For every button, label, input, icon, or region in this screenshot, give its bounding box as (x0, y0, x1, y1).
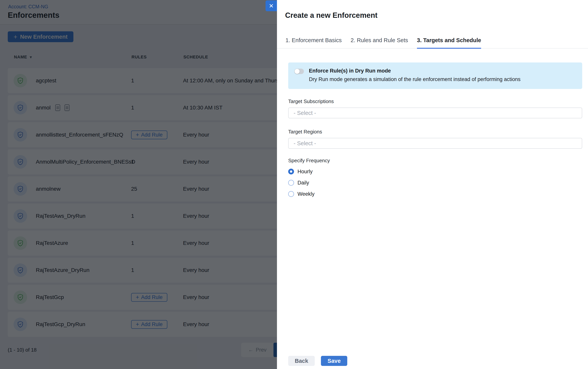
back-button[interactable]: Back (288, 356, 315, 366)
target-subscriptions-label: Target Subscriptions (288, 99, 582, 104)
drawer-body: Enforce Rule(s) in Dry Run mode Dry Run … (288, 48, 582, 197)
wizard-tabs: 1. Enforcement Basics 2. Rules and Rule … (277, 37, 588, 49)
dry-run-banner: Enforce Rule(s) in Dry Run mode Dry Run … (288, 62, 582, 89)
target-regions-select[interactable]: - Select - (288, 138, 582, 149)
toggle-knob-icon (294, 69, 300, 74)
drawer-title: Create a new Enforcement (285, 11, 378, 20)
drawer-footer: Back Save (288, 356, 347, 366)
frequency-option-weekly[interactable]: Weekly (288, 191, 582, 197)
close-button[interactable]: ✕ (265, 0, 277, 11)
target-subscriptions-select[interactable]: - Select - (288, 108, 582, 118)
frequency-option-label: Hourly (297, 169, 313, 175)
dry-run-toggle[interactable] (294, 69, 304, 74)
radio-unselected-icon (288, 180, 294, 186)
radio-selected-icon (288, 169, 294, 174)
close-icon: ✕ (269, 2, 274, 9)
tab-enforcement-basics[interactable]: 1. Enforcement Basics (285, 37, 342, 48)
frequency-option-daily[interactable]: Daily (288, 180, 582, 186)
dry-run-description: Dry Run mode generates a simulation of t… (309, 76, 521, 82)
create-enforcement-drawer: ✕ Create a new Enforcement 1. Enforcemen… (277, 0, 588, 369)
specify-frequency-label: Specify Frequency (288, 158, 582, 164)
target-regions-label: Target Regions (288, 129, 582, 135)
radio-unselected-icon (288, 191, 294, 197)
frequency-option-label: Daily (297, 180, 309, 186)
save-button[interactable]: Save (321, 356, 347, 366)
frequency-option-hourly[interactable]: Hourly (288, 168, 582, 175)
tab-rules-and-rule-sets[interactable]: 2. Rules and Rule Sets (351, 37, 408, 48)
frequency-option-label: Weekly (297, 191, 315, 197)
dry-run-title: Enforce Rule(s) in Dry Run mode (309, 68, 521, 74)
tab-targets-and-schedule[interactable]: 3. Targets and Schedule (417, 37, 481, 49)
